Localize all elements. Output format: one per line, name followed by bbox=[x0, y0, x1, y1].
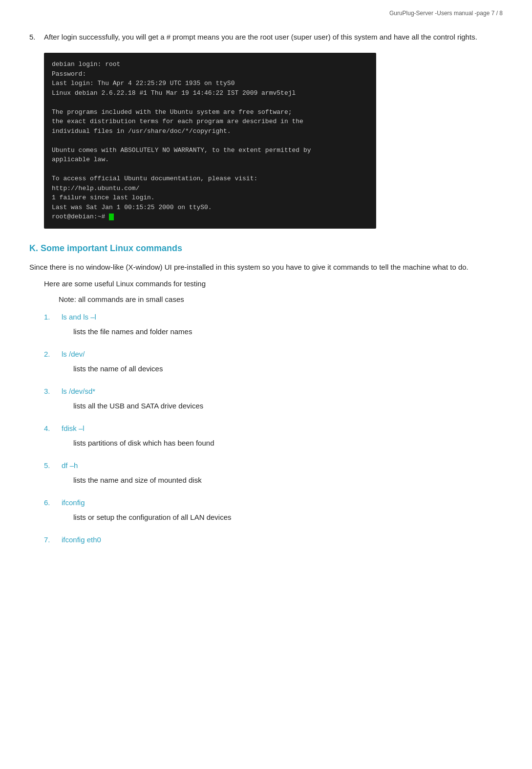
command-item-4: 4. fdisk –l bbox=[29, 423, 503, 434]
command-desc-5: lists the name and size of mounted disk bbox=[29, 474, 503, 486]
command-num-1: 1. bbox=[44, 311, 62, 323]
terminal-line-9 bbox=[52, 136, 368, 146]
command-desc-2: lists the name of all devices bbox=[29, 363, 503, 375]
step-5: 5. After login successfully, you will ge… bbox=[29, 31, 503, 43]
section-k: K. Some important Linux commands Since t… bbox=[29, 243, 503, 546]
command-item-5: 5. df –h bbox=[29, 460, 503, 471]
command-name-1: ls and ls –l bbox=[62, 311, 96, 323]
terminal-line-4: Linux debian 2.6.22.18 #1 Thu Mar 19 14:… bbox=[52, 88, 368, 98]
command-num-3: 3. bbox=[44, 385, 62, 397]
command-block-2: 2. ls /dev/ lists the name of all device… bbox=[29, 348, 503, 375]
command-block-1: 1. ls and ls –l lists the file names and… bbox=[29, 311, 503, 338]
command-num-7: 7. bbox=[44, 534, 62, 546]
command-block-6: 6. ifconfig lists or setup the configura… bbox=[29, 497, 503, 523]
page-header: GuruPlug-Server -Users manual -page 7 / … bbox=[29, 10, 503, 17]
section-k-title: K. Some important Linux commands bbox=[29, 243, 503, 254]
command-desc-1: lists the file names and folder names bbox=[29, 326, 503, 338]
command-num-2: 2. bbox=[44, 348, 62, 360]
terminal-line-10: Ubuntu comes with ABSOLUTELY NO WARRANTY… bbox=[52, 146, 368, 155]
command-name-4: fdisk –l bbox=[62, 423, 85, 434]
terminal-line-3: Last login: Thu Apr 4 22:25:29 UTC 1935 … bbox=[52, 79, 368, 88]
command-item-3: 3. ls /dev/sd* bbox=[29, 385, 503, 397]
terminal-line-15: 1 failure since last login. bbox=[52, 193, 368, 203]
command-block-4: 4. fdisk –l lists partitions of disk whi… bbox=[29, 423, 503, 449]
command-name-2: ls /dev/ bbox=[62, 348, 85, 360]
terminal-screenshot: debian login: root Password: Last login:… bbox=[44, 53, 376, 229]
command-name-5: df –h bbox=[62, 460, 78, 471]
terminal-cursor bbox=[109, 214, 114, 220]
command-num-4: 4. bbox=[44, 423, 62, 434]
section-k-note: Note: all commands are in small cases bbox=[59, 294, 503, 305]
command-block-7: 7. ifconfig eth0 bbox=[29, 534, 503, 546]
command-block-3: 3. ls /dev/sd* lists all the USB and SAT… bbox=[29, 385, 503, 412]
terminal-line-6: The programs included with the Ubuntu sy… bbox=[52, 107, 368, 117]
command-name-7: ifconfig eth0 bbox=[62, 534, 101, 546]
command-item-6: 6. ifconfig bbox=[29, 497, 503, 509]
terminal-line-16: Last was Sat Jan 1 00:15:25 2000 on ttyS… bbox=[52, 203, 368, 213]
terminal-line-5 bbox=[52, 98, 368, 107]
command-num-5: 5. bbox=[44, 460, 62, 471]
command-item-2: 2. ls /dev/ bbox=[29, 348, 503, 360]
terminal-line-13: To access official Ubuntu documentation,… bbox=[52, 174, 368, 184]
step-5-number: 5. bbox=[29, 31, 44, 43]
terminal-line-17: root@debian:~# bbox=[52, 212, 368, 222]
terminal-line-12 bbox=[52, 165, 368, 174]
command-desc-6: lists or setup the configuration of all … bbox=[29, 512, 503, 523]
command-desc-3: lists all the USB and SATA drive devices bbox=[29, 400, 503, 412]
command-item-7: 7. ifconfig eth0 bbox=[29, 534, 503, 546]
command-item-1: 1. ls and ls –l bbox=[29, 311, 503, 323]
command-num-6: 6. bbox=[44, 497, 62, 509]
command-name-6: ifconfig bbox=[62, 497, 85, 509]
command-desc-4: lists partitions of disk which has been … bbox=[29, 437, 503, 449]
step-5-text: After login successfully, you will get a… bbox=[44, 31, 503, 43]
terminal-line-14: http://help.ubuntu.com/ bbox=[52, 184, 368, 193]
section-k-intro1: Since there is no window-like (X-window)… bbox=[29, 261, 503, 273]
terminal-line-11: applicable law. bbox=[52, 155, 368, 165]
section-k-intro2: Here are some useful Linux commands for … bbox=[44, 278, 503, 290]
terminal-line-7: the exact distribution terms for each pr… bbox=[52, 117, 368, 127]
terminal-line-2: Password: bbox=[52, 69, 368, 79]
terminal-line-1: debian login: root bbox=[52, 60, 368, 69]
command-block-5: 5. df –h lists the name and size of moun… bbox=[29, 460, 503, 486]
terminal-line-8: individual files in /usr/share/doc/*/cop… bbox=[52, 127, 368, 136]
command-name-3: ls /dev/sd* bbox=[62, 385, 95, 397]
